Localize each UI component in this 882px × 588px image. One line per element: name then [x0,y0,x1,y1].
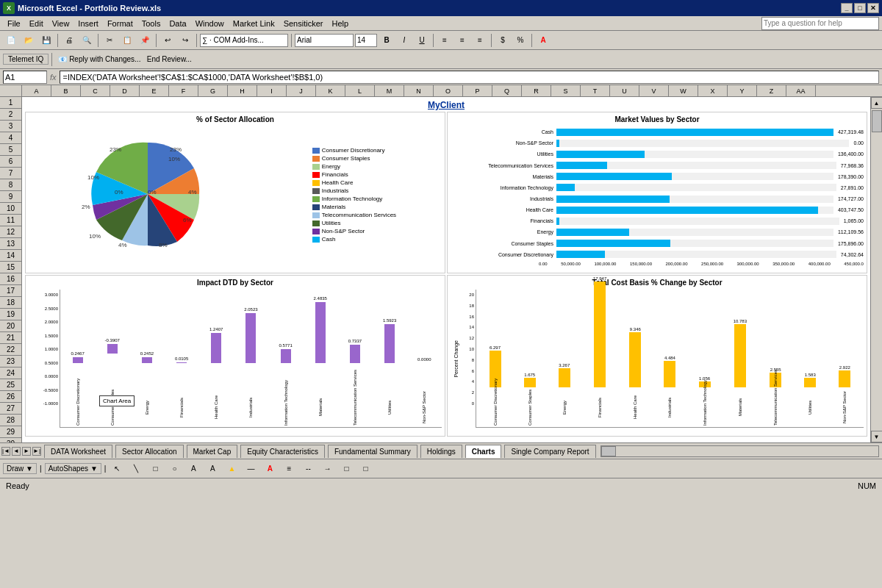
row-num-19[interactable]: 19 [0,309,21,320]
sheet-tab[interactable]: Fundamental Summary [328,445,417,458]
col-Y[interactable]: Y [728,85,757,96]
menu-tools[interactable]: Tools [137,18,165,29]
row-num-8[interactable]: 8 [0,179,21,191]
close-button[interactable]: ✕ [867,3,879,13]
menu-market-link[interactable]: Market Link [229,18,279,29]
row-num-2[interactable]: 2 [0,109,21,121]
align-right[interactable]: ≡ [472,33,488,48]
row-num-21[interactable]: 21 [0,332,21,344]
col-I[interactable]: I [257,85,287,96]
draw-fill-color[interactable]: ▲ [223,462,240,476]
col-V[interactable]: V [639,85,669,96]
draw-line-color[interactable]: — [243,462,259,476]
scroll-thumb[interactable] [872,110,882,132]
col-L[interactable]: L [345,85,375,96]
maximize-button[interactable]: □ [854,3,866,13]
row-num-4[interactable]: 4 [0,132,21,144]
tab-last[interactable]: ►| [32,447,41,456]
col-U[interactable]: U [610,85,639,96]
row-num-27[interactable]: 27 [0,403,21,415]
col-D[interactable]: D [110,85,140,96]
undo-button[interactable]: ↩ [159,33,176,48]
preview-button[interactable]: 🔍 [79,33,95,48]
col-R[interactable]: R [522,85,551,96]
redo-button[interactable]: ↪ [177,33,193,48]
menu-help[interactable]: Help [327,18,353,29]
align-left[interactable]: ≡ [437,33,453,48]
row-num-5[interactable]: 5 [0,144,21,156]
italic-button[interactable]: I [396,33,412,48]
col-E[interactable]: E [140,85,169,96]
row-num-7[interactable]: 7 [0,168,21,179]
cut-button[interactable]: ✂ [101,33,118,48]
currency-button[interactable]: $ [495,33,511,48]
scroll-down-button[interactable]: ▼ [871,431,883,442]
row-num-11[interactable]: 11 [0,215,21,226]
col-J[interactable]: J [287,85,316,96]
draw-arrow-style[interactable]: → [319,462,335,476]
col-B[interactable]: B [51,85,81,96]
copy-button[interactable]: 📋 [119,33,135,48]
sheet-tab[interactable]: Market Cap [187,445,238,458]
menu-window[interactable]: Window [191,18,229,29]
function-input[interactable] [200,34,288,47]
paste-button[interactable]: 📌 [137,33,153,48]
col-P[interactable]: P [463,85,492,96]
col-G[interactable]: G [198,85,228,96]
row-num-17[interactable]: 17 [0,285,21,297]
col-Q[interactable]: Q [492,85,522,96]
bold-button[interactable]: B [379,33,395,48]
draw-line-style[interactable]: ≡ [281,462,297,476]
sheet-tab[interactable]: Sector Allocation [115,445,184,458]
sheet-tab[interactable]: Charts [465,445,502,458]
col-A[interactable]: A [22,85,51,96]
font-input[interactable] [295,34,354,47]
col-X[interactable]: X [698,85,728,96]
save-button[interactable]: 💾 [38,33,54,48]
col-Z[interactable]: Z [757,85,786,96]
scroll-track[interactable] [871,109,883,431]
draw-font-color[interactable]: A [262,462,278,476]
menu-file[interactable]: File [3,18,25,29]
col-T[interactable]: T [581,85,610,96]
reply-changes[interactable]: 📧 Reply with Changes... End Review... [55,54,195,65]
col-O[interactable]: O [434,85,463,96]
col-M[interactable]: M [375,85,404,96]
menu-data[interactable]: Data [165,18,190,29]
row-num-23[interactable]: 23 [0,356,21,368]
new-button[interactable]: 📄 [3,33,19,48]
row-num-20[interactable]: 20 [0,320,21,332]
row-num-6[interactable]: 6 [0,156,21,168]
help-search[interactable] [761,17,879,30]
h-scroll-thumb[interactable] [601,446,616,456]
menu-format[interactable]: Format [103,18,137,29]
draw-line[interactable]: ╲ [128,462,144,476]
col-C[interactable]: C [81,85,110,96]
sheet-tab[interactable]: Single Company Report [504,445,595,458]
draw-textbox[interactable]: A [185,462,201,476]
row-num-13[interactable]: 13 [0,238,21,250]
row-num-22[interactable]: 22 [0,344,21,356]
row-num-28[interactable]: 28 [0,415,21,426]
telemet-iq-tab[interactable]: Telemet IQ [3,54,49,65]
col-S[interactable]: S [551,85,581,96]
align-center[interactable]: ≡ [454,33,470,48]
print-button[interactable]: 🖨 [61,33,77,48]
col-H[interactable]: H [228,85,257,96]
row-num-12[interactable]: 12 [0,226,21,238]
draw-dash-style[interactable]: -- [300,462,316,476]
horizontal-scrollbar[interactable] [600,445,879,457]
row-num-29[interactable]: 29 [0,426,21,438]
row-num-18[interactable]: 18 [0,297,21,309]
row-num-24[interactable]: 24 [0,368,21,379]
percent-button[interactable]: % [512,33,528,48]
sheet-tab[interactable]: Holdings [420,445,462,458]
tab-next[interactable]: ► [22,447,31,456]
formula-input[interactable]: =INDEX('DATA Worksheet'!$CA$1:$CA$1000,'… [60,71,879,84]
col-F[interactable]: F [169,85,198,96]
draw-rect[interactable]: □ [147,462,163,476]
col-AA[interactable]: AA [786,85,816,96]
draw-wordart[interactable]: A [204,462,220,476]
row-num-3[interactable]: 3 [0,121,21,132]
sheet-tab[interactable]: Equity Characteristics [240,445,325,458]
